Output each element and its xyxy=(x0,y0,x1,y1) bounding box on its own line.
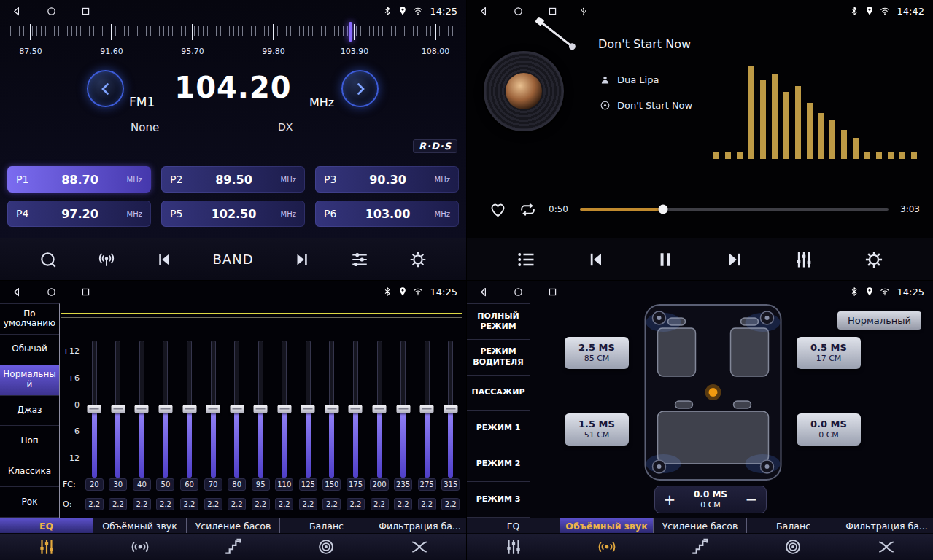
eq-preset-item[interactable]: Рок xyxy=(0,487,59,518)
eq-band-slider[interactable] xyxy=(353,341,358,478)
eq-tab-eq-sliders[interactable]: EQ xyxy=(0,518,93,533)
home-icon[interactable] xyxy=(513,287,524,298)
eq-band-slider[interactable] xyxy=(448,341,453,478)
eq-band-thumb[interactable] xyxy=(111,405,125,413)
balance-icon[interactable] xyxy=(746,534,840,560)
eq-band-slider[interactable] xyxy=(92,341,97,478)
previous-track-icon[interactable] xyxy=(155,250,174,269)
balance-icon[interactable] xyxy=(279,534,373,560)
eq-preset-item[interactable]: Джаз xyxy=(0,396,59,427)
home-icon[interactable] xyxy=(46,6,57,17)
settings-gear-icon[interactable] xyxy=(864,249,884,270)
surround-tab-surround[interactable]: Объёмный звук xyxy=(560,518,653,533)
radio-preset-P6[interactable]: P6103.00MHz xyxy=(315,201,459,227)
next-track-icon[interactable] xyxy=(293,250,311,269)
eq-band-thumb[interactable] xyxy=(206,405,220,413)
home-icon[interactable] xyxy=(46,287,57,298)
settings-gear-icon[interactable] xyxy=(409,250,427,269)
surround-tab-bass[interactable]: Усиление басов xyxy=(653,518,746,533)
favorite-heart-icon[interactable] xyxy=(489,201,507,219)
eq-band-slider[interactable] xyxy=(400,341,406,478)
eq-band-slider[interactable] xyxy=(306,341,311,478)
previous-track-icon[interactable] xyxy=(586,249,606,270)
eq-band-slider[interactable] xyxy=(258,341,263,478)
recents-icon[interactable] xyxy=(80,6,91,17)
recents-icon[interactable] xyxy=(547,287,558,298)
playlist-icon[interactable] xyxy=(516,249,536,270)
scan-icon[interactable] xyxy=(39,250,58,269)
mixer-icon[interactable] xyxy=(794,249,814,270)
eq-band-slider[interactable] xyxy=(234,341,239,478)
back-icon[interactable] xyxy=(479,6,489,17)
back-icon[interactable] xyxy=(12,287,23,298)
delay-plus-button[interactable]: + xyxy=(655,492,684,507)
eq-band-slider[interactable] xyxy=(187,341,192,478)
eq-band-thumb[interactable] xyxy=(158,405,172,413)
eq-band-thumb[interactable] xyxy=(349,405,363,413)
surround-mode-item[interactable]: РЕЖИМ 2 xyxy=(467,446,530,482)
eq-band-slider[interactable] xyxy=(329,341,334,478)
eq-preset-item[interactable]: Поп xyxy=(0,426,59,456)
surround-preset-button[interactable]: Нормальный xyxy=(837,311,921,330)
recents-icon[interactable] xyxy=(547,6,558,17)
eq-band-thumb[interactable] xyxy=(182,405,196,413)
delay-minus-button[interactable]: − xyxy=(737,492,766,507)
eq-band-thumb[interactable] xyxy=(230,405,244,413)
progress-thumb[interactable] xyxy=(659,205,668,214)
bass-icon[interactable] xyxy=(187,534,280,560)
surround-icon[interactable] xyxy=(93,534,187,560)
delay-rear-left[interactable]: 1.5 MS51 CM xyxy=(565,413,629,446)
eq-band-slider[interactable] xyxy=(139,341,144,478)
surround-icon[interactable] xyxy=(560,534,654,560)
surround-mode-item[interactable]: ПАССАЖИР xyxy=(467,376,530,411)
radio-preset-P5[interactable]: P5102.50MHz xyxy=(161,201,305,227)
eq-sliders-icon[interactable] xyxy=(0,534,93,560)
delay-front-right[interactable]: 0.5 MS17 CM xyxy=(797,337,861,369)
eq-band-thumb[interactable] xyxy=(325,405,338,413)
radio-preset-P2[interactable]: P289.50MHz xyxy=(161,166,305,192)
eq-preset-item[interactable]: Классика xyxy=(0,456,59,487)
surround-mode-item[interactable]: РЕЖИМ 1 xyxy=(467,411,530,446)
eq-band-thumb[interactable] xyxy=(396,405,410,413)
surround-tab-eq-sliders[interactable]: EQ xyxy=(467,518,560,533)
surround-tab-filter[interactable]: Фильтрация ба... xyxy=(840,518,933,533)
delay-rear-right[interactable]: 0.0 MS0 CM xyxy=(797,413,861,446)
surround-mode-item[interactable]: ПОЛНЫЙ РЕЖИМ xyxy=(467,304,530,340)
back-icon[interactable] xyxy=(479,287,489,298)
eq-band-slider[interactable] xyxy=(115,341,120,478)
eq-band-slider[interactable] xyxy=(163,341,168,478)
eq-sliders-icon[interactable] xyxy=(467,534,560,560)
radio-preset-P1[interactable]: P188.70MHz xyxy=(7,166,151,192)
home-icon[interactable] xyxy=(513,6,524,17)
eq-band-thumb[interactable] xyxy=(277,405,291,413)
band-button[interactable]: BAND xyxy=(213,252,254,267)
eq-tab-surround[interactable]: Объёмный звук xyxy=(93,518,186,533)
eq-preset-item[interactable]: Обычай xyxy=(0,335,59,365)
radio-preset-P3[interactable]: P390.30MHz xyxy=(315,166,459,192)
tuning-indicator[interactable] xyxy=(349,22,352,42)
radio-preset-P4[interactable]: P497.20MHz xyxy=(7,201,151,227)
eq-band-thumb[interactable] xyxy=(135,405,149,413)
eq-band-thumb[interactable] xyxy=(420,405,434,413)
eq-tab-filter[interactable]: Фильтрация ба... xyxy=(373,518,466,533)
eq-band-thumb[interactable] xyxy=(88,405,101,413)
eq-preset-item[interactable]: По умолчанию xyxy=(0,304,59,335)
frequency-scale[interactable]: 87.5091.6095.7099.80103.90108.00 xyxy=(10,24,456,59)
eq-tab-bass[interactable]: Усиление басов xyxy=(186,518,279,533)
delay-front-left[interactable]: 2.5 MS85 CM xyxy=(565,337,629,369)
equalizer-icon[interactable] xyxy=(350,250,369,269)
eq-tab-balance[interactable]: Баланс xyxy=(279,518,373,533)
broadcast-icon[interactable] xyxy=(97,250,116,269)
pause-icon[interactable] xyxy=(655,249,675,270)
surround-mode-item[interactable]: РЕЖИМ 3 xyxy=(467,482,530,518)
eq-band-thumb[interactable] xyxy=(444,405,457,413)
eq-band-thumb[interactable] xyxy=(254,405,268,413)
repeat-icon[interactable] xyxy=(519,201,537,219)
surround-tab-balance[interactable]: Баланс xyxy=(746,518,840,533)
eq-band-slider[interactable] xyxy=(211,341,216,478)
surround-mode-item[interactable]: РЕЖИМ ВОДИТЕЛЯ xyxy=(467,340,530,376)
filter-icon[interactable] xyxy=(373,534,466,560)
bass-icon[interactable] xyxy=(654,534,747,560)
next-track-icon[interactable] xyxy=(724,249,745,270)
filter-icon[interactable] xyxy=(840,534,933,560)
